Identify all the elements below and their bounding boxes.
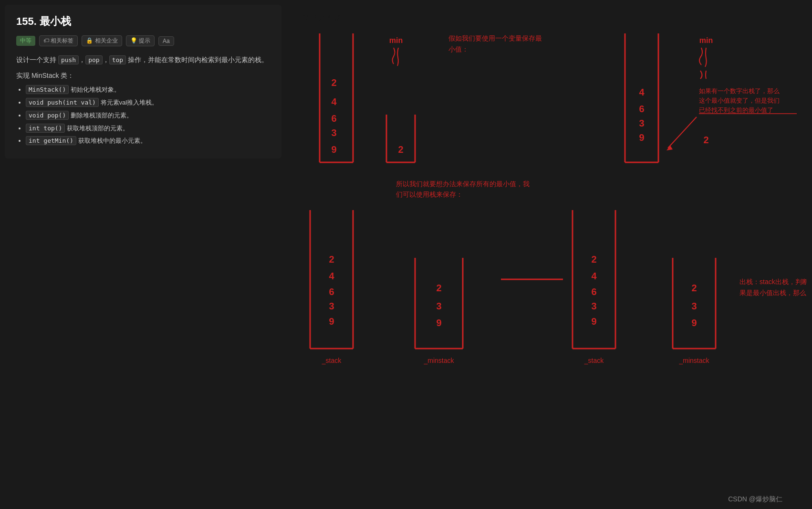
svg-text:_stack: _stack bbox=[584, 357, 604, 364]
svg-text:_stack: _stack bbox=[322, 357, 342, 364]
svg-text:_minstack: _minstack bbox=[678, 357, 709, 364]
svg-text:3: 3 bbox=[331, 127, 336, 138]
svg-text:出栈：stack出栈，判断是不是最小值出栈，如: 出栈：stack出栈，判断是不是最小值出栈，如 bbox=[739, 278, 806, 286]
svg-text:3: 3 bbox=[691, 301, 697, 311]
svg-text:2: 2 bbox=[691, 283, 697, 293]
code-push: push bbox=[58, 55, 79, 64]
methods-list: MinStack() 初始化堆栈对象。 void push(int val) 将… bbox=[16, 85, 270, 146]
related-tags-button[interactable]: 🏷 相关标签 bbox=[39, 35, 78, 46]
svg-marker-29 bbox=[666, 146, 673, 150]
svg-text:2: 2 bbox=[436, 283, 441, 293]
method-2: void push(int val) 将元素val推入堆栈。 bbox=[26, 98, 270, 108]
svg-text:CSDN @爆炒脑仁: CSDN @爆炒脑仁 bbox=[728, 495, 782, 503]
method-3: void pop() 删除堆栈顶部的元素。 bbox=[26, 111, 270, 121]
svg-text:4: 4 bbox=[331, 96, 337, 107]
svg-text:2: 2 bbox=[398, 144, 403, 155]
svg-text:果是最小值出栈，那么minstack也出栈: 果是最小值出栈，那么minstack也出栈 bbox=[739, 289, 806, 297]
svg-text:min: min bbox=[389, 36, 403, 44]
svg-text:2: 2 bbox=[329, 254, 334, 265]
difficulty-tag[interactable]: 中等 bbox=[16, 36, 35, 46]
svg-text:9: 9 bbox=[691, 318, 697, 328]
method-4: int top() 获取堆栈顶部的元素。 bbox=[26, 124, 270, 134]
svg-line-28 bbox=[668, 117, 697, 148]
hint-button[interactable]: 💡 提示 bbox=[126, 35, 155, 46]
svg-text:3: 3 bbox=[436, 301, 441, 311]
svg-text:这个最小值就变了，但是我们: 这个最小值就变了，但是我们 bbox=[699, 97, 780, 104]
code-top: top bbox=[109, 55, 126, 64]
code-pop: pop bbox=[85, 55, 102, 64]
svg-text:3: 3 bbox=[329, 301, 334, 311]
svg-text:4: 4 bbox=[329, 271, 334, 281]
svg-text:6: 6 bbox=[639, 104, 644, 114]
svg-text:9: 9 bbox=[639, 132, 644, 143]
svg-text:3: 3 bbox=[591, 301, 596, 311]
svg-text:2: 2 bbox=[703, 135, 708, 145]
svg-text:4: 4 bbox=[639, 87, 645, 97]
svg-text:9: 9 bbox=[331, 144, 336, 155]
svg-text:2: 2 bbox=[331, 77, 336, 88]
problem-title: 155. 最小栈 bbox=[16, 14, 270, 29]
svg-text:假如我们要使用一个变量保存最: 假如我们要使用一个变量保存最 bbox=[448, 34, 542, 42]
problem-number: 155. bbox=[16, 15, 37, 27]
svg-text:所以我们就要想办法来保存所有的最小值，我: 所以我们就要想办法来保存所有的最小值，我 bbox=[396, 180, 530, 188]
problem-panel: 155. 最小栈 中等 🏷 相关标签 🔒 相关企业 💡 提示 Aa 设计一个支持… bbox=[5, 5, 281, 159]
svg-text:4: 4 bbox=[591, 271, 597, 281]
problem-name: 最小栈 bbox=[40, 15, 71, 27]
svg-text:们可以使用栈来保存：: 们可以使用栈来保存： bbox=[396, 191, 463, 198]
svg-text:9: 9 bbox=[436, 318, 441, 328]
method-1: MinStack() 初始化堆栈对象。 bbox=[26, 85, 270, 95]
svg-text:2: 2 bbox=[591, 254, 596, 265]
related-companies-button[interactable]: 🔒 相关企业 bbox=[82, 35, 122, 46]
svg-text:如果有一个数字出栈了，那么: 如果有一个数字出栈了，那么 bbox=[699, 87, 780, 95]
right-content: 9 3 6 4 2 2 4 6 3 9 min 2 假如我们要使用一个变量保存最… bbox=[291, 0, 806, 509]
svg-text:小值：: 小值： bbox=[448, 45, 468, 53]
svg-text:6: 6 bbox=[329, 286, 334, 297]
svg-text:min: min bbox=[699, 36, 713, 44]
svg-text:3: 3 bbox=[639, 118, 644, 128]
svg-text:6: 6 bbox=[331, 113, 336, 124]
svg-text:已经找不到之前的最小值了: 已经找不到之前的最小值了 bbox=[699, 106, 773, 114]
implement-text: 实现 MinStack 类： bbox=[16, 72, 270, 80]
method-5: int getMin() 获取堆栈中的最小元素。 bbox=[26, 136, 270, 146]
problem-description: 设计一个支持 push，pop，top 操作，并能在常数时间内检索到最小元素的栈… bbox=[16, 54, 270, 66]
svg-text:9  3  6  4  2: 9 3 6 4 2 bbox=[303, 13, 340, 23]
svg-text:_minstack: _minstack bbox=[423, 357, 454, 364]
svg-text:9: 9 bbox=[329, 316, 334, 327]
svg-text:6: 6 bbox=[591, 286, 596, 297]
svg-text:9: 9 bbox=[591, 316, 596, 327]
font-button[interactable]: Aa bbox=[158, 36, 174, 46]
tags-row: 中等 🏷 相关标签 🔒 相关企业 💡 提示 Aa bbox=[16, 35, 270, 46]
